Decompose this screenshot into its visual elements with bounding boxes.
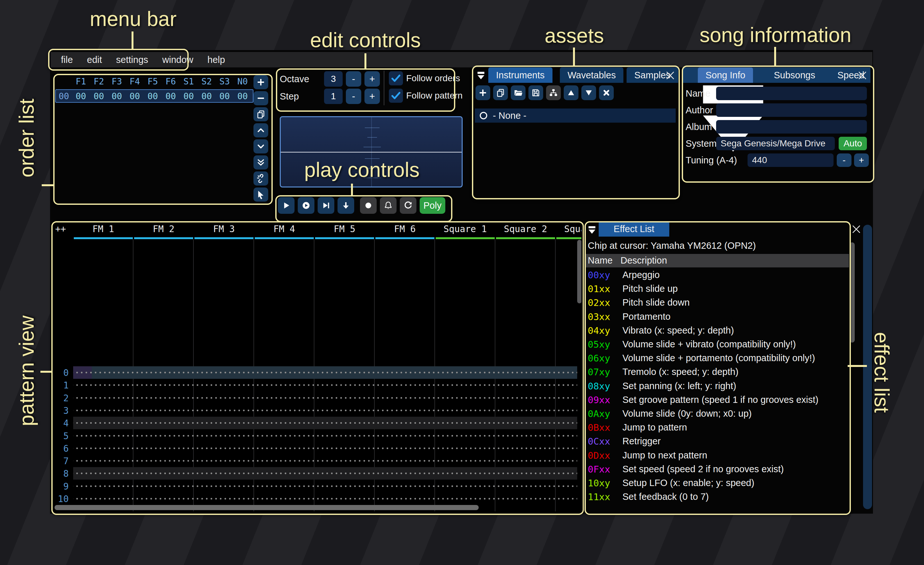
pattern-corner[interactable]: ++	[55, 224, 66, 234]
tuning-minus-button[interactable]: -	[837, 153, 852, 167]
tuning-plus-button[interactable]: +	[854, 153, 869, 167]
effect-row[interactable]: 07xyTremolo (x: speed; y: depth)	[585, 365, 849, 379]
pattern-row[interactable]: 3	[52, 404, 581, 417]
effect-row[interactable]: 04xyVibrato (x: speed; y: depth)	[585, 324, 849, 337]
order-cell[interactable]: 00	[198, 91, 216, 101]
instrument-list-item[interactable]: - None -	[475, 108, 676, 123]
move-asset-up-button[interactable]	[564, 86, 579, 100]
close-icon[interactable]	[850, 223, 862, 235]
pattern-row[interactable]: 6	[52, 442, 581, 455]
pattern-vertical-scrollbar[interactable]	[577, 240, 581, 304]
order-cell[interactable]: 00	[180, 91, 198, 101]
step-plus-button[interactable]: +	[364, 89, 380, 104]
pattern-view[interactable]: ++ FM 1FM 2FM 3FM 4FM 5FM 6Square 1Squar…	[52, 221, 581, 512]
channel-header-square-1[interactable]: Square 1	[435, 224, 495, 234]
menu-item-settings[interactable]: settings	[109, 52, 155, 68]
channel-header-fm-6[interactable]: FM 6	[375, 224, 435, 234]
play-row-button[interactable]	[318, 197, 334, 214]
pattern-row[interactable]: 0	[52, 366, 581, 379]
step-minus-button[interactable]: -	[346, 89, 361, 104]
order-cell[interactable]: 00	[162, 91, 180, 101]
octave-value[interactable]: 3	[324, 71, 343, 87]
pattern-row[interactable]: 5	[52, 430, 581, 442]
move-order-down-button[interactable]	[254, 139, 268, 153]
asset-folders-button[interactable]	[546, 86, 561, 100]
author-field[interactable]	[716, 104, 867, 117]
remove-order-button[interactable]	[254, 91, 268, 105]
pattern-row[interactable]: 1	[52, 379, 581, 391]
pattern-row[interactable]: 10	[52, 493, 581, 505]
effect-row[interactable]: 10xySetup LFO (x: enable; y: speed)	[585, 476, 849, 490]
order-cell[interactable]: 00	[72, 91, 90, 101]
close-icon[interactable]	[664, 69, 676, 81]
duplicate-order-button[interactable]	[254, 107, 268, 121]
add-asset-button[interactable]	[476, 86, 490, 100]
pattern-row[interactable]: 8	[52, 467, 581, 479]
step-value[interactable]: 1	[324, 89, 343, 104]
order-edit-mode-button[interactable]	[254, 188, 268, 201]
order-list-row[interactable]: 0000000000000000000000	[55, 89, 254, 103]
close-icon[interactable]	[856, 69, 868, 81]
auto-system-button[interactable]: Auto	[838, 137, 867, 150]
channel-header-square-3[interactable]: Square 3	[556, 224, 581, 234]
save-asset-button[interactable]	[528, 86, 543, 100]
pattern-horizontal-scrollbar[interactable]	[54, 505, 478, 510]
move-order-up-button[interactable]	[254, 123, 268, 137]
follow-pattern-checkbox[interactable]	[389, 89, 403, 103]
effect-row[interactable]: 0BxxJump to pattern	[585, 421, 849, 434]
deep-clone-order-button[interactable]	[254, 171, 268, 186]
effect-row[interactable]: 01xxPitch slide up	[585, 282, 849, 296]
system-field[interactable]: Sega Genesis/Mega Drive	[716, 137, 835, 150]
tab-instruments[interactable]: Instruments	[488, 68, 552, 83]
tab-effect-list[interactable]: Effect List	[598, 221, 669, 237]
pattern-row[interactable]: 4	[52, 417, 581, 429]
open-asset-button[interactable]	[511, 86, 525, 100]
order-cell[interactable]: 00	[108, 91, 126, 101]
effect-row[interactable]: 03xxPortamento	[585, 310, 849, 324]
play-pattern-button[interactable]	[298, 197, 314, 214]
channel-header-fm-1[interactable]: FM 1	[73, 224, 134, 234]
delete-asset-button[interactable]	[599, 86, 614, 100]
effect-row[interactable]: 05xyVolume slide + vibrato (compatibilit…	[585, 337, 849, 351]
pattern-row[interactable]: 7	[52, 455, 581, 467]
effect-row[interactable]: 0AxyVolume slide (0y: down; x0: up)	[585, 407, 849, 421]
channel-header-fm-5[interactable]: FM 5	[314, 224, 375, 234]
duplicate-order-end-button[interactable]	[254, 155, 268, 170]
order-cell[interactable]: 00	[234, 91, 252, 101]
menu-item-help[interactable]: help	[201, 52, 232, 68]
poly-button[interactable]: Poly	[420, 197, 446, 214]
effect-row[interactable]: 02xxPitch slide down	[585, 296, 849, 310]
follow-orders-checkbox[interactable]	[389, 71, 403, 86]
move-asset-down-button[interactable]	[581, 86, 596, 100]
channel-header-square-2[interactable]: Square 2	[495, 224, 556, 234]
tab-wavetables[interactable]: Wavetables	[560, 68, 623, 83]
tuning-field[interactable]: 440	[747, 153, 834, 167]
menu-item-window[interactable]: window	[155, 52, 201, 68]
octave-minus-button[interactable]: -	[346, 71, 361, 87]
metronome-button[interactable]	[380, 197, 396, 214]
tab-song-info[interactable]: Song Info	[698, 68, 753, 83]
tab-subsongs[interactable]: Subsongs	[766, 68, 823, 83]
step-row-button[interactable]	[338, 197, 354, 214]
octave-plus-button[interactable]: +	[364, 71, 380, 87]
menu-item-file[interactable]: file	[54, 52, 80, 68]
channel-header-fm-3[interactable]: FM 3	[194, 224, 254, 234]
effect-row[interactable]: 0FxxSet speed (speed 2 if no grooves exi…	[585, 462, 849, 476]
duplicate-asset-button[interactable]	[493, 86, 508, 100]
effect-row[interactable]: 11xxSet feedback (0 to 7)	[585, 490, 849, 504]
order-cell[interactable]: 00	[126, 91, 144, 101]
effect-row[interactable]: 0CxxRetrigger	[585, 434, 849, 448]
play-button[interactable]	[278, 197, 294, 214]
add-order-button[interactable]	[254, 75, 268, 89]
window-vertical-scrollbar[interactable]	[863, 225, 872, 509]
edit-record-button[interactable]	[360, 197, 376, 214]
effect-row[interactable]: 0DxxJump to next pattern	[585, 448, 849, 462]
order-cell[interactable]: 00	[90, 91, 108, 101]
pattern-row[interactable]: 2	[52, 392, 581, 404]
effect-row[interactable]: 09xxSet groove pattern (speed 1 if no gr…	[585, 393, 849, 407]
repeat-pattern-button[interactable]	[400, 197, 417, 214]
pattern-row[interactable]: 9	[52, 480, 581, 493]
menu-item-edit[interactable]: edit	[80, 52, 109, 68]
order-cell[interactable]: 00	[216, 91, 234, 101]
channel-header-fm-4[interactable]: FM 4	[254, 224, 314, 234]
